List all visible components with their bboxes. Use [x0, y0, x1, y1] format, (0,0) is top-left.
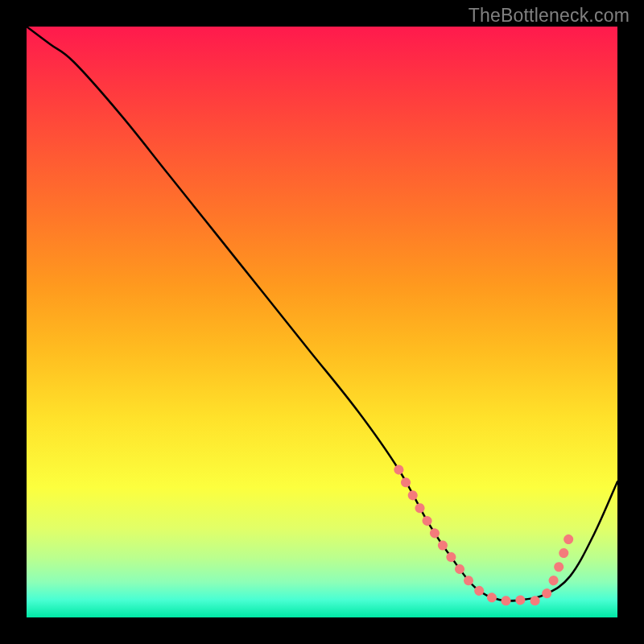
- chart-frame: TheBottleneck.com: [0, 0, 644, 644]
- curve-layer: [27, 27, 617, 617]
- bottleneck-curve: [27, 27, 617, 601]
- plot-area: [27, 27, 617, 617]
- watermark-text: TheBottleneck.com: [469, 5, 630, 27]
- valley-highlight: [398, 470, 570, 601]
